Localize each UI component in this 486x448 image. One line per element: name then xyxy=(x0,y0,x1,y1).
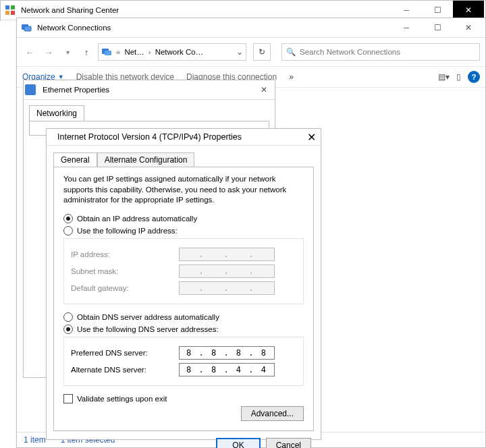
dialog-ipv4-properties: Internet Protocol Version 4 (TCP/IPv4) P… xyxy=(46,128,321,440)
tab-panel-general: You can get IP settings assigned automat… xyxy=(53,167,314,431)
search-icon: 🔍 xyxy=(286,47,296,57)
default-gateway-label: Default gateway: xyxy=(71,284,179,292)
refresh-button[interactable]: ↻ xyxy=(253,43,271,61)
tab-alternate-configuration[interactable]: Alternate Configuration xyxy=(97,152,195,167)
radio-icon xyxy=(63,312,73,322)
path-dropdown[interactable]: ⌄ xyxy=(234,47,246,57)
control-panel-icon xyxy=(5,5,16,16)
tab-general[interactable]: General xyxy=(53,152,97,167)
subnet-mask-input: . . . xyxy=(179,264,275,278)
alternate-dns-input[interactable]: 8 . 8 . 4 . 4 xyxy=(179,363,275,376)
dialog-buttons: OK Cancel xyxy=(47,438,321,448)
path-overflow[interactable]: « xyxy=(115,48,122,56)
titlebar: Ethernet Properties ✕ xyxy=(24,80,275,100)
ip-address-input: . . . xyxy=(179,248,275,261)
tab-strip: GeneralAlternate Configuration xyxy=(47,146,321,167)
breadcrumb-segment[interactable]: Network Co… xyxy=(153,48,207,56)
help-button[interactable]: ? xyxy=(468,71,480,83)
address-bar: ← → ▾ ↑ « Net… › Network Co… ⌄ ↻ 🔍 Searc… xyxy=(17,38,485,66)
svg-rect-1 xyxy=(11,5,15,9)
preview-pane-button[interactable]: ▯ xyxy=(456,72,461,82)
cancel-button[interactable]: Cancel xyxy=(266,438,311,448)
maximize-button[interactable]: ☐ xyxy=(422,1,453,20)
minimize-button[interactable]: ─ xyxy=(391,1,422,20)
radio-dns-manual[interactable]: Use the following DNS server addresses: xyxy=(63,325,304,334)
svg-rect-0 xyxy=(5,5,9,9)
close-button[interactable]: ✕ xyxy=(303,129,319,145)
radio-icon xyxy=(63,214,73,223)
subnet-mask-label: Subnet mask: xyxy=(71,267,179,275)
network-connections-icon xyxy=(21,22,32,33)
chevron-right-icon: › xyxy=(147,48,153,56)
back-button[interactable]: ← xyxy=(22,45,37,59)
window-title: Network and Sharing Center xyxy=(18,6,391,14)
search-placeholder: Search Network Connections xyxy=(300,48,400,56)
up-button[interactable]: ↑ xyxy=(79,45,94,59)
preferred-dns-input[interactable]: 8 . 8 . 8 . 8 xyxy=(179,346,275,360)
window-title: Ethernet Properties xyxy=(40,86,254,94)
radio-ip-auto[interactable]: Obtain an IP address automatically xyxy=(63,214,304,223)
path-field[interactable]: « Net… › Network Co… ⌄ xyxy=(98,43,246,61)
recent-dropdown[interactable]: ▾ xyxy=(60,45,75,59)
checkbox-icon xyxy=(63,394,73,403)
dns-fields: Preferred DNS server:8 . 8 . 8 . 8 Alter… xyxy=(63,337,304,386)
maximize-button[interactable]: ☐ xyxy=(422,18,453,37)
ip-address-label: IP address: xyxy=(71,250,179,258)
titlebar: Internet Protocol Version 4 (TCP/IPv4) P… xyxy=(47,129,321,146)
advanced-button[interactable]: Advanced... xyxy=(241,406,304,421)
overflow-button[interactable]: » xyxy=(289,72,294,82)
radio-icon xyxy=(63,226,73,235)
alternate-dns-label: Alternate DNS server: xyxy=(71,366,179,374)
close-button[interactable]: ✕ xyxy=(453,1,484,20)
svg-rect-2 xyxy=(5,11,9,15)
ethernet-icon xyxy=(25,84,36,95)
close-button[interactable]: ✕ xyxy=(254,80,273,99)
close-button[interactable]: ✕ xyxy=(453,18,484,37)
folder-icon xyxy=(101,47,112,57)
tab-networking[interactable]: Networking xyxy=(29,105,84,121)
svg-rect-3 xyxy=(11,11,15,15)
validate-checkbox[interactable]: Validate settings upon exit xyxy=(63,394,304,403)
radio-ip-manual[interactable]: Use the following IP address: xyxy=(63,226,304,235)
svg-rect-5 xyxy=(24,26,31,31)
window-title: Network Connections xyxy=(34,24,391,32)
radio-icon xyxy=(63,325,73,334)
status-item-count: 1 item xyxy=(24,435,46,445)
forward-button[interactable]: → xyxy=(41,45,56,59)
tab-strip: Networking xyxy=(24,100,275,121)
titlebar: Network Connections ─ ☐ ✕ xyxy=(17,18,485,38)
view-options-button[interactable]: ▤▾ xyxy=(438,72,450,82)
ok-button[interactable]: OK xyxy=(216,438,260,448)
default-gateway-input: . . . xyxy=(179,281,275,295)
description-text: You can get IP settings assigned automat… xyxy=(63,174,304,206)
preferred-dns-label: Preferred DNS server: xyxy=(71,349,179,357)
ip-fields: IP address:. . . Subnet mask:. . . Defau… xyxy=(63,238,304,304)
minimize-button[interactable]: ─ xyxy=(391,18,422,37)
radio-dns-auto[interactable]: Obtain DNS server address automatically xyxy=(63,312,304,322)
dialog-title: Internet Protocol Version 4 (TCP/IPv4) P… xyxy=(55,132,303,142)
search-input[interactable]: 🔍 Search Network Connections xyxy=(281,43,480,61)
svg-rect-7 xyxy=(105,51,111,55)
breadcrumb-segment[interactable]: Net… xyxy=(122,48,146,56)
